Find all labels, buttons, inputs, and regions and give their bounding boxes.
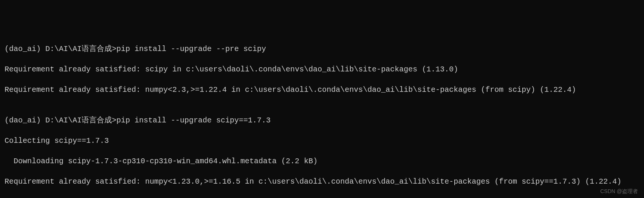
requirement-satisfied-1: Requirement already satisfied: scipy in … [5, 64, 639, 74]
requirement-satisfied-3: Requirement already satisfied: numpy<1.2… [5, 176, 639, 187]
prompt-line-2: (dao_ai) D:\AI\AI语言合成>pip install --upgr… [5, 115, 639, 125]
watermark: CSDN @盗理者 [600, 188, 638, 195]
prompt-line-1: (dao_ai) D:\AI\AI语言合成>pip install --upgr… [5, 44, 639, 54]
downloading-metadata: Downloading scipy-1.7.3-cp310-cp310-win_… [5, 156, 639, 166]
collecting-line: Collecting scipy==1.7.3 [5, 136, 639, 146]
requirement-satisfied-2: Requirement already satisfied: numpy<2.3… [5, 85, 639, 95]
